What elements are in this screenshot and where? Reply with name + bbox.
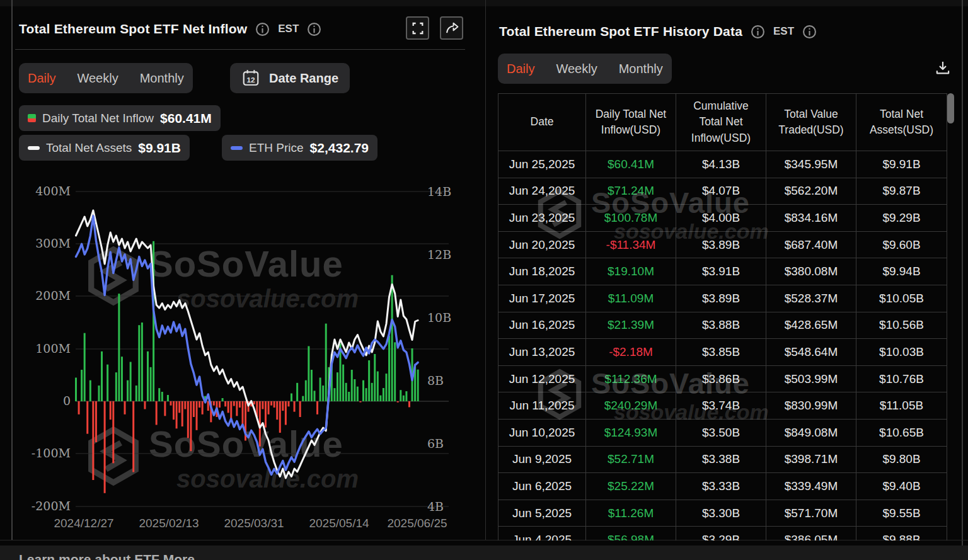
y-axis-tick-right: 6B xyxy=(427,437,444,450)
table-row: Jun 16,2025$21.39M$3.88B$428.65M$10.56B xyxy=(498,312,947,340)
table-cell: Jun 9,2025 xyxy=(498,447,586,474)
table-cell: $9.40B xyxy=(856,473,947,500)
x-axis-tick: 2025/03/31 xyxy=(224,517,284,530)
table-row: Jun 5,2025$11.26M$3.30B$571.70M$9.55B xyxy=(498,500,947,527)
tab-daily[interactable]: Daily xyxy=(507,62,534,76)
net-inflow-chart[interactable]: 400M300M200M100M0-100M-200M14B12B10B8B6B… xyxy=(0,0,485,542)
table-cell: $4.13B xyxy=(676,151,766,178)
table-cell: Jun 4,2025 xyxy=(498,527,586,540)
x-axis-tick: 2025/02/13 xyxy=(139,517,199,530)
table-cell: $11.09M xyxy=(586,285,676,312)
clipped-section-text: Learn more about ETF More xyxy=(19,552,195,560)
column-header: Date xyxy=(498,93,586,151)
info-icon[interactable] xyxy=(751,25,765,39)
table-cell: $528.37M xyxy=(766,285,856,312)
table-cell: $112.36M xyxy=(586,366,676,393)
table-cell: $849.08M xyxy=(766,420,856,447)
table-cell: $9.94B xyxy=(856,258,947,285)
table-row: Jun 10,2025$124.93M$3.50B$849.08M$10.65B xyxy=(498,420,947,447)
table-cell: $3.89B xyxy=(676,285,766,312)
y-axis-tick: -200M xyxy=(32,499,71,513)
table-cell: $9.88B xyxy=(856,527,947,540)
table-cell: $10.03B xyxy=(856,339,947,366)
table-cell: Jun 5,2025 xyxy=(498,500,586,527)
table-cell: $10.65B xyxy=(856,420,947,447)
y-axis-tick: -100M xyxy=(32,446,71,460)
table-cell: Jun 13,2025 xyxy=(498,339,586,366)
table-row: Jun 24,2025$71.24M$4.07B$562.20M$9.87B xyxy=(498,178,947,205)
table-cell: $830.99M xyxy=(766,392,856,420)
table-cell: $124.93M xyxy=(586,420,676,447)
table-period-tabs: Daily Weekly Monthly xyxy=(498,54,672,84)
table-cell: $3.88B xyxy=(676,312,766,340)
table-cell: -$2.18M xyxy=(586,339,676,366)
table-cell: $398.71M xyxy=(766,447,856,474)
y-axis-tick-right: 12B xyxy=(427,248,451,261)
table-cell: $9.60B xyxy=(856,232,947,259)
table-cell: Jun 24,2025 xyxy=(498,178,586,205)
table-cell: $3.85B xyxy=(676,339,766,366)
table-cell: Jun 18,2025 xyxy=(498,258,586,285)
table-cell: $10.56B xyxy=(856,312,947,340)
table-row: Jun 20,2025-$11.34M$3.89B$687.40M$9.60B xyxy=(498,232,947,259)
y-axis-tick: 300M xyxy=(35,236,71,250)
table-scrollbar-thumb[interactable] xyxy=(947,93,954,123)
table-cell: $386.05M xyxy=(766,527,856,540)
table-cell: $3.38B xyxy=(676,447,766,474)
table-cell: $3.29B xyxy=(676,527,766,540)
y-axis-tick: 0 xyxy=(63,394,71,408)
tab-monthly[interactable]: Monthly xyxy=(619,62,663,76)
table-cell: $56.98M xyxy=(586,527,676,540)
table-cell: Jun 16,2025 xyxy=(498,312,586,340)
table-cell: $9.87B xyxy=(856,178,947,205)
table-cell: $3.89B xyxy=(676,232,766,259)
table-cell: $345.95M xyxy=(766,151,856,178)
table-cell: $11.05B xyxy=(856,392,947,420)
table-cell: $562.20M xyxy=(766,178,856,205)
table-cell: $9.80B xyxy=(856,447,947,474)
table-cell: -$11.34M xyxy=(586,232,676,259)
table-cell: Jun 23,2025 xyxy=(498,205,586,232)
table-cell: $3.86B xyxy=(676,366,766,393)
table-row: Jun 17,2025$11.09M$3.89B$528.37M$10.05B xyxy=(498,285,947,312)
x-axis-tick: 2025/06/25 xyxy=(387,517,447,530)
table-row: Jun 6,2025$25.22M$3.33B$339.49M$9.40B xyxy=(498,473,947,500)
panel-divider xyxy=(485,0,486,540)
table-cell: Jun 11,2025 xyxy=(498,392,586,420)
y-axis-tick: 200M xyxy=(35,289,71,302)
table-row: Jun 9,2025$52.71M$3.38B$398.71M$9.80B xyxy=(498,447,947,474)
table-cell: $687.40M xyxy=(766,232,856,259)
download-button[interactable] xyxy=(931,57,954,79)
table-cell: $428.65M xyxy=(766,312,856,340)
table-cell: $3.33B xyxy=(676,473,766,500)
column-header: Total Value Traded(USD) xyxy=(766,93,856,151)
table-cell: $380.08M xyxy=(766,258,856,285)
history-table[interactable]: DateDaily Total Net Inflow(USD)Cumulativ… xyxy=(498,93,947,540)
table-cell: Jun 25,2025 xyxy=(498,151,586,178)
etf-dashboard: Total Ethereum Spot ETF Net Inflow EST D xyxy=(0,0,968,560)
table-cell: $503.99M xyxy=(766,366,856,393)
table-cell: $100.78M xyxy=(586,205,676,232)
table-cell: $71.24M xyxy=(586,178,676,205)
table-cell: Jun 20,2025 xyxy=(498,232,586,259)
table-title: Total Ethereum Spot ETF History Data xyxy=(499,24,742,39)
table-cell: $52.71M xyxy=(586,447,676,474)
table-cell: $339.49M xyxy=(766,473,856,500)
table-cell: $9.55B xyxy=(856,500,947,527)
next-section-strip: Learn more about ETF More xyxy=(0,546,968,560)
tab-weekly[interactable]: Weekly xyxy=(556,62,597,76)
y-axis-tick: 100M xyxy=(35,341,71,355)
table-cell: $3.91B xyxy=(676,258,766,285)
table-cell: $4.07B xyxy=(676,178,766,205)
y-axis-tick-right: 8B xyxy=(427,374,444,387)
table-cell: $3.30B xyxy=(676,500,766,527)
info-icon[interactable] xyxy=(802,25,817,39)
table-row: Jun 13,2025-$2.18M$3.85B$548.64M$10.03B xyxy=(498,339,947,366)
table-cell: Jun 6,2025 xyxy=(498,473,586,500)
table-cell: $19.10M xyxy=(586,258,676,285)
column-header: Total Net Assets(USD) xyxy=(856,93,947,151)
table-cell: $9.91B xyxy=(856,151,947,178)
download-icon xyxy=(933,59,952,77)
y-axis-tick-right: 14B xyxy=(427,185,451,198)
table-cell: $21.39M xyxy=(586,312,676,340)
